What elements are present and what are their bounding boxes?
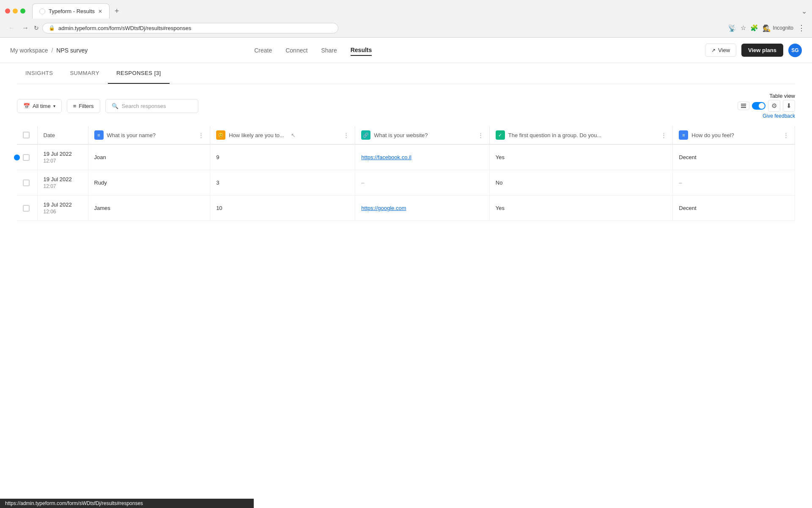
app-header: My workspace / NPS survey Create Connect…	[0, 38, 812, 63]
group-value: No	[496, 179, 503, 186]
row-feel-cell: –	[673, 170, 795, 196]
col-more-nps[interactable]: ⋮	[343, 132, 349, 138]
row-checkbox[interactable]	[23, 179, 30, 186]
maximize-window-button[interactable]	[20, 8, 25, 14]
nps-icon: 😊	[216, 130, 225, 140]
filters-button[interactable]: ≡ Filters	[67, 99, 100, 113]
table-row: 19 Jul 202212:07Rudy3–No–	[17, 170, 795, 196]
header-name: ≡ What is your name? ⋮	[88, 126, 210, 144]
minimize-window-button[interactable]	[13, 8, 18, 14]
tab-favicon	[39, 8, 45, 14]
breadcrumb-separator: /	[51, 47, 53, 54]
header-feel: ≡ How do you feel? ⋮	[673, 126, 795, 144]
form-name: NPS survey	[56, 47, 88, 54]
header-right: ↗ View View plans SG	[705, 44, 802, 57]
breadcrumb: My workspace / NPS survey	[10, 47, 88, 54]
feel-value: Decent	[679, 154, 696, 160]
status-bar: https://admin.typeform.com/form/sWDtsfDj…	[0, 499, 254, 508]
incognito-badge: 🕵️ Incognito	[763, 24, 793, 32]
back-button[interactable]: ←	[7, 22, 17, 33]
link-icon: 🔗	[361, 130, 370, 140]
forward-button[interactable]: →	[20, 22, 30, 33]
close-window-button[interactable]	[5, 8, 10, 14]
page-tabs: INSIGHTS SUMMARY RESPONSES [3]	[17, 63, 795, 84]
browser-toolbar: ← → ↻ 🔒 admin.typeform.com/form/sWDtsfDj…	[0, 19, 812, 37]
website-link[interactable]: https://facebook.co.il	[361, 154, 411, 160]
workspace-link[interactable]: My workspace	[10, 47, 48, 54]
time-value: 12:07	[44, 158, 82, 164]
download-button[interactable]: ⬇	[783, 100, 795, 112]
bookmark-icon[interactable]: ☆	[741, 24, 746, 32]
tab-insights[interactable]: INSIGHTS	[17, 63, 61, 84]
all-time-button[interactable]: 📅 All time ▾	[17, 99, 62, 113]
row-group-cell: Yes	[489, 196, 673, 221]
row-date-cell: 19 Jul 202212:07	[37, 144, 88, 170]
website-link[interactable]: https://google.com	[361, 205, 406, 211]
view-plans-button[interactable]: View plans	[741, 44, 783, 57]
unread-dot	[14, 155, 20, 160]
settings-button[interactable]: ⚙	[768, 100, 780, 112]
row-checkbox[interactable]	[23, 205, 30, 212]
row-checkbox-cell	[17, 144, 37, 170]
main-nav: Create Connect Share Results	[254, 45, 372, 56]
header-date: Date	[37, 126, 88, 144]
calendar-icon: 📅	[23, 103, 30, 109]
view-button[interactable]: ↗ View	[705, 44, 736, 57]
table-view-toggle[interactable]	[752, 102, 765, 110]
row-checkbox[interactable]	[23, 154, 30, 161]
reload-button[interactable]: ↻	[34, 25, 39, 31]
search-input[interactable]: 🔍 Search responses	[105, 99, 198, 113]
header-nps: 😊 How likely are you to... ↖ ⋮	[210, 126, 355, 144]
row-date-cell: 19 Jul 202212:07	[37, 170, 88, 196]
lock-icon: 🔒	[49, 25, 55, 31]
tab-summary[interactable]: SUMMARY	[61, 63, 108, 84]
col-more-group[interactable]: ⋮	[661, 132, 667, 138]
row-nps-cell: 9	[210, 144, 355, 170]
toggle-knob	[759, 103, 765, 109]
nav-share[interactable]: Share	[321, 45, 337, 55]
cast-icon[interactable]: 📡	[728, 24, 736, 32]
close-tab-button[interactable]: ✕	[98, 8, 102, 14]
col-more-name[interactable]: ⋮	[198, 132, 204, 138]
search-icon: 🔍	[112, 103, 118, 109]
date-value: 19 Jul 2022	[44, 151, 82, 157]
nav-connect[interactable]: Connect	[285, 45, 307, 55]
header-group-q: ✓ The first question in a group. Do you.…	[489, 126, 673, 144]
col-more-feel[interactable]: ⋮	[783, 132, 789, 138]
table-row: 19 Jul 202212:06James10https://google.co…	[17, 196, 795, 221]
tab-bar: Typeform - Results ✕ + ⌄	[0, 0, 812, 19]
tab-expand-button[interactable]: ⌄	[801, 7, 807, 15]
give-feedback-link[interactable]: Give feedback	[763, 113, 795, 119]
header-select-all[interactable]	[17, 126, 37, 144]
new-tab-button[interactable]: +	[111, 5, 123, 17]
row-website-cell: https://facebook.co.il	[355, 144, 490, 170]
row-nps-cell: 3	[210, 170, 355, 196]
status-url: https://admin.typeform.com/form/sWDtsfDj…	[5, 500, 143, 506]
nav-results[interactable]: Results	[351, 45, 372, 56]
row-group-cell: No	[489, 170, 673, 196]
list-view-button[interactable]	[738, 102, 749, 110]
address-bar[interactable]: 🔒 admin.typeform.com/form/sWDtsfDj/resul…	[42, 23, 338, 33]
extensions-icon[interactable]: 🧩	[750, 24, 758, 32]
row-name-cell: James	[88, 196, 210, 221]
row-nps-cell: 10	[210, 196, 355, 221]
website-value: –	[361, 179, 364, 186]
group-value: Yes	[496, 205, 505, 211]
page-content: INSIGHTS SUMMARY RESPONSES [3] 📅 All tim…	[0, 63, 812, 221]
incognito-label: Incognito	[773, 25, 793, 31]
select-all-checkbox[interactable]	[23, 132, 30, 138]
tab-responses[interactable]: RESPONSES [3]	[108, 63, 169, 84]
list-icon	[741, 104, 746, 108]
chevron-down-icon: ▾	[53, 104, 55, 108]
filter-icon: ≡	[73, 103, 77, 109]
external-link-icon: ↗	[711, 47, 716, 53]
nav-create[interactable]: Create	[254, 45, 272, 55]
name-value: Rudy	[94, 179, 107, 186]
date-value: 19 Jul 2022	[44, 202, 82, 208]
row-checkbox-cell	[17, 196, 37, 221]
row-feel-cell: Decent	[673, 196, 795, 221]
browser-more-button[interactable]: ⋮	[798, 23, 805, 33]
col-more-website[interactable]: ⋮	[478, 132, 483, 138]
active-tab[interactable]: Typeform - Results ✕	[32, 3, 110, 19]
table-view-label: Table view	[769, 93, 795, 99]
